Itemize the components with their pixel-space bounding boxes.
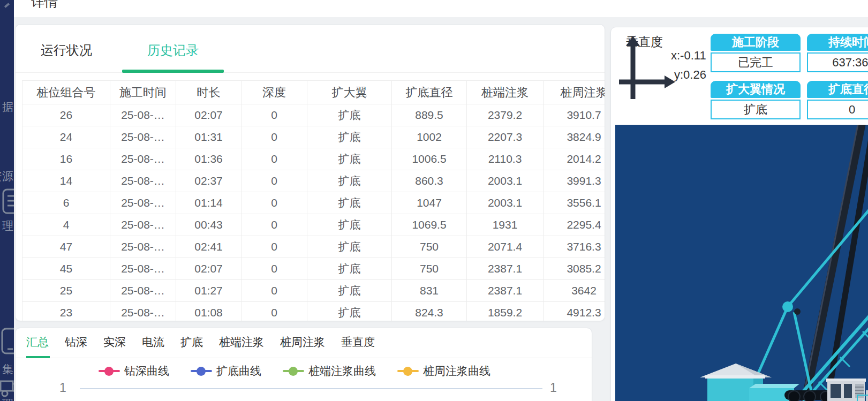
table-cell: 01:27 bbox=[176, 280, 241, 302]
table-row[interactable]: 1625-08-…01:360扩底1006.52110.32014.2 bbox=[22, 148, 606, 170]
chart-gridline bbox=[80, 388, 542, 389]
chart-tab-bar: 汇总钻深实深电流扩底桩端注浆桩周注浆垂直度 bbox=[16, 335, 592, 350]
table-row[interactable]: 425-08-…00:430扩底1069.519312295.4 bbox=[22, 214, 606, 236]
table-cell: 2295.4 bbox=[544, 214, 606, 236]
column-header: 桩端注浆 bbox=[467, 81, 544, 104]
table-cell: 01:14 bbox=[176, 192, 241, 214]
chart-tab[interactable]: 电流 bbox=[142, 335, 164, 350]
table-cell: 0 bbox=[241, 236, 307, 258]
legend-marker-icon bbox=[283, 366, 304, 376]
table-cell: 扩底 bbox=[307, 302, 392, 322]
info-card-duration: 持续时间 637:36: bbox=[807, 34, 868, 72]
drill-rig-illustration bbox=[615, 125, 868, 401]
chart-tab[interactable]: 扩底 bbox=[180, 335, 203, 350]
table-cell: 0 bbox=[241, 192, 307, 214]
active-tab-underline bbox=[122, 70, 224, 73]
table-cell: 4 bbox=[22, 214, 110, 236]
table-cell: 0 bbox=[241, 148, 307, 170]
chart-tab[interactable]: 汇总 bbox=[26, 335, 49, 350]
table-cell: 25-08-… bbox=[110, 236, 176, 258]
info-card-title: 施工阶段 bbox=[711, 34, 801, 51]
top-bar: 详情 bbox=[14, 0, 868, 17]
info-card-value: 637:36: bbox=[807, 52, 868, 72]
info-card-title: 扩大翼情况 bbox=[711, 81, 801, 98]
legend-label: 钻深曲线 bbox=[124, 364, 169, 379]
table-cell: 25-08-… bbox=[110, 126, 176, 148]
table-header-row: 桩位组合号施工时间时长深度扩大翼扩底直径桩端注浆桩周注浆 bbox=[22, 81, 606, 104]
page-title: 详情 bbox=[31, 0, 58, 11]
table-cell: 47 bbox=[22, 236, 110, 258]
chart-tab[interactable]: 钻深 bbox=[65, 335, 87, 350]
table-cell: 02:07 bbox=[176, 104, 241, 126]
table-row[interactable]: 4725-08-…02:410扩底7502071.43716.3 bbox=[22, 236, 606, 258]
legend-item[interactable]: 桩周注浆曲线 bbox=[397, 364, 490, 379]
table-cell: 02:07 bbox=[176, 258, 241, 280]
column-header: 扩底直径 bbox=[392, 81, 467, 104]
table-cell: 1006.5 bbox=[392, 148, 467, 170]
tab-running-status[interactable]: 运行状况 bbox=[16, 40, 117, 61]
table-cell: 24 bbox=[22, 126, 110, 148]
3d-viewport[interactable] bbox=[615, 125, 868, 401]
table-cell: 01:08 bbox=[176, 302, 241, 322]
table-row[interactable]: 4525-08-…02:070扩底7502387.13085.2 bbox=[22, 258, 606, 280]
table-cell: 25-08-… bbox=[110, 302, 176, 322]
chart-active-tab-underline bbox=[26, 356, 50, 358]
list-icon bbox=[2, 188, 14, 217]
legend-label: 桩端注浆曲线 bbox=[308, 364, 376, 379]
table-cell: 2387.1 bbox=[467, 280, 544, 302]
table-cell: 25-08-… bbox=[110, 258, 176, 280]
table-row[interactable]: 625-08-…01:140扩底10472003.13556.1 bbox=[22, 192, 606, 214]
legend-item[interactable]: 钻深曲线 bbox=[99, 364, 169, 379]
legend-label: 桩周注浆曲线 bbox=[423, 364, 490, 379]
table-row[interactable]: 2525-08-…01:270扩底8312387.13642 bbox=[22, 280, 606, 302]
table-cell: 25-08-… bbox=[110, 104, 176, 126]
chart-tab[interactable]: 桩周注浆 bbox=[280, 335, 325, 350]
table-cell: 25-08-… bbox=[110, 280, 176, 302]
table-cell: 3085.2 bbox=[544, 258, 606, 280]
chart-card: 汇总钻深实深电流扩底桩端注浆桩周注浆垂直度 钻深曲线扩底曲线桩端注浆曲线桩周注浆… bbox=[15, 328, 592, 401]
sidebar-item-manage-2[interactable]: 理 bbox=[2, 397, 13, 401]
chart-tab[interactable]: 桩端注浆 bbox=[219, 335, 264, 350]
info-card-stage: 施工阶段 已完工 bbox=[711, 34, 801, 72]
verticality-y-value: y:0.26 bbox=[674, 68, 706, 82]
table-cell: 2071.4 bbox=[467, 236, 544, 258]
table-cell: 2110.3 bbox=[467, 148, 544, 170]
table-row[interactable]: 1425-08-…02:370扩底860.32003.13991.3 bbox=[22, 170, 606, 192]
legend-dot bbox=[289, 367, 298, 376]
info-card-diameter: 扩底直径 0 bbox=[807, 81, 868, 119]
info-card-title: 扩底直径 bbox=[807, 81, 868, 98]
legend-marker-icon bbox=[99, 366, 120, 376]
table-cell: 扩底 bbox=[307, 236, 392, 258]
legend-item[interactable]: 桩端注浆曲线 bbox=[283, 364, 376, 379]
legend-dot bbox=[197, 367, 206, 376]
legend-item[interactable]: 扩底曲线 bbox=[191, 364, 261, 379]
table-cell: 扩底 bbox=[307, 192, 392, 214]
sidebar-item-collect[interactable]: 集 bbox=[2, 362, 13, 377]
table-cell: 3910.7 bbox=[544, 104, 606, 126]
table-cell: 2379.2 bbox=[467, 104, 544, 126]
table-cell: 扩底 bbox=[307, 214, 392, 236]
sidebar-item-resource[interactable]: 资源 bbox=[0, 169, 13, 184]
table-cell: 831 bbox=[392, 280, 467, 302]
info-card-value: 已完工 bbox=[711, 52, 801, 72]
y-axis-tick-left: 1 bbox=[59, 381, 66, 395]
column-header: 扩大翼 bbox=[307, 81, 392, 104]
table-row[interactable]: 2325-08-…01:080扩底824.31859.24912.3 bbox=[22, 302, 606, 322]
table-cell: 0 bbox=[241, 170, 307, 192]
table-cell: 02:37 bbox=[176, 170, 241, 192]
table-cell: 扩底 bbox=[307, 104, 392, 126]
tab-history-records[interactable]: 历史记录 bbox=[122, 40, 224, 61]
chart-tab[interactable]: 实深 bbox=[103, 335, 126, 350]
table-cell: 0 bbox=[241, 280, 307, 302]
table-cell: 2014.2 bbox=[544, 148, 606, 170]
info-card-grid: 施工阶段 已完工 持续时间 637:36: 扩大翼情况 扩底 扩底直径 0 bbox=[711, 34, 868, 119]
table-row[interactable]: 2625-08-…02:070扩底889.52379.23910.7 bbox=[22, 104, 606, 126]
table-cell: 25-08-… bbox=[110, 148, 176, 170]
info-card-wing: 扩大翼情况 扩底 bbox=[711, 81, 801, 119]
chart-tab[interactable]: 垂直度 bbox=[341, 335, 375, 350]
sidebar-item-data[interactable]: 据 bbox=[2, 100, 13, 115]
table-cell: 1859.2 bbox=[467, 302, 544, 322]
table-cell: 00:43 bbox=[176, 214, 241, 236]
table-row[interactable]: 2425-08-…01:310扩底10022207.33824.9 bbox=[22, 126, 606, 148]
sidebar-item-manage[interactable]: 理 bbox=[2, 218, 13, 233]
